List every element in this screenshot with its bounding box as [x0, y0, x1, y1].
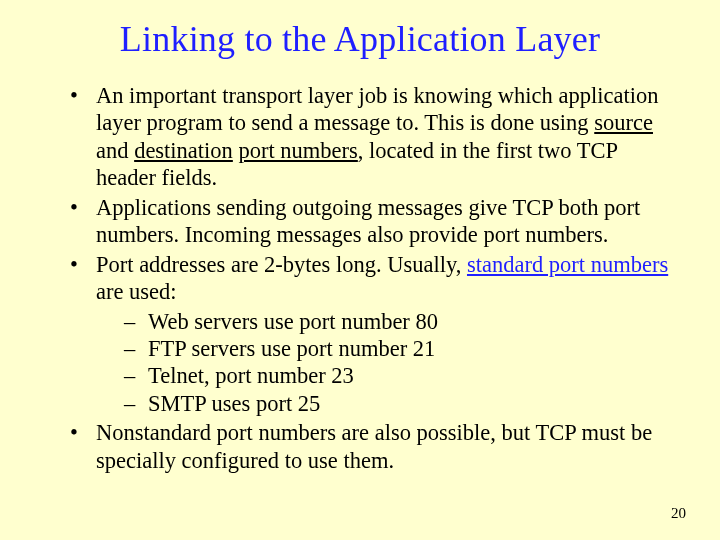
bullet-item: An important transport layer job is know…	[70, 82, 670, 192]
sub-list: Web servers use port number 80 FTP serve…	[96, 308, 670, 418]
sub-item: SMTP uses port 25	[124, 390, 670, 417]
bullet-list: An important transport layer job is know…	[50, 82, 670, 474]
link-standard-port-numbers[interactable]: standard port numbers	[467, 252, 668, 277]
underline-port-numbers: port numbers	[238, 138, 357, 163]
text-run: An important transport layer job is know…	[96, 83, 658, 135]
text-run: FTP servers use port number 21	[148, 336, 435, 361]
slide: Linking to the Application Layer An impo…	[0, 0, 720, 540]
sub-item: FTP servers use port number 21	[124, 335, 670, 362]
sub-item: Telnet, port number 23	[124, 362, 670, 389]
text-run: SMTP uses port 25	[148, 391, 320, 416]
bullet-item: Applications sending outgoing messages g…	[70, 194, 670, 249]
page-number: 20	[671, 505, 686, 522]
text-run: and	[96, 138, 134, 163]
text-run: Applications sending outgoing messages g…	[96, 195, 640, 247]
bullet-item: Port addresses are 2-bytes long. Usually…	[70, 251, 670, 418]
underline-destination: destination	[134, 138, 233, 163]
bullet-item: Nonstandard port numbers are also possib…	[70, 419, 670, 474]
text-run: Telnet, port number 23	[148, 363, 354, 388]
slide-title: Linking to the Application Layer	[50, 18, 670, 60]
text-run: Nonstandard port numbers are also possib…	[96, 420, 652, 472]
text-run: are used:	[96, 279, 177, 304]
text-run: Port addresses are 2-bytes long. Usually…	[96, 252, 467, 277]
underline-source: source	[594, 110, 653, 135]
text-run: Web servers use port number 80	[148, 309, 438, 334]
sub-item: Web servers use port number 80	[124, 308, 670, 335]
